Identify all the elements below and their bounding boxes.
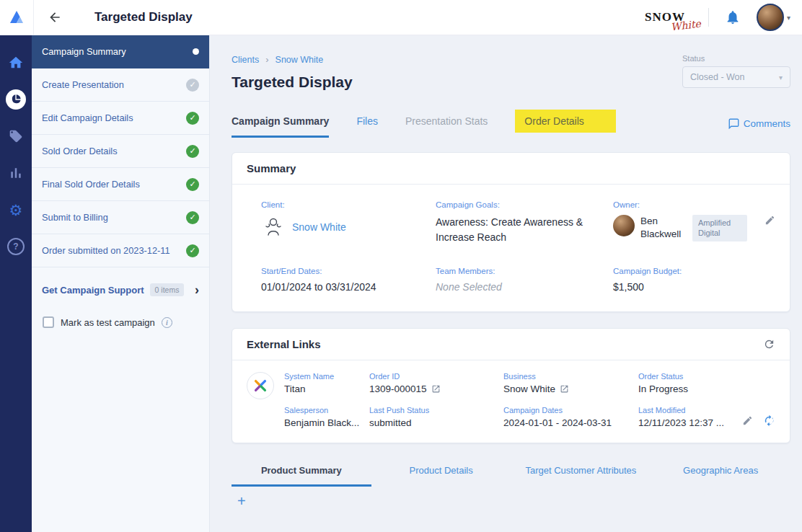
tab-presentation-stats[interactable]: Presentation Stats (405, 115, 488, 138)
tab-product-summary[interactable]: Product Summary (232, 465, 371, 487)
field-last-push-status: Last Push Status submitted (369, 406, 503, 428)
user-avatar (757, 4, 784, 31)
notifications-button[interactable] (722, 6, 744, 28)
app-logo[interactable] (0, 0, 34, 35)
product-tabs: Product Summary Product Details Target C… (232, 465, 790, 487)
main-content: Clients › Snow White Targeted Display St… (210, 35, 802, 532)
external-link-icon (431, 384, 441, 394)
status-box: Status Closed - Won ▾ (682, 54, 790, 88)
check-circle-icon: ✓ (186, 211, 199, 224)
chevron-right-icon: › (195, 283, 199, 296)
external-link-icon (560, 384, 569, 394)
field-start-end-dates: Start/End Dates: 01/01/2024 to 03/31/202… (261, 267, 436, 293)
edit-external-link-button[interactable] (742, 414, 753, 427)
tab-order-details[interactable]: Order Details (515, 115, 615, 138)
add-product-row: + (232, 494, 790, 509)
sync-button[interactable] (763, 414, 775, 427)
get-campaign-support[interactable]: Get Campaign Support 0 items › (32, 283, 209, 296)
page-title: Targeted Display (232, 74, 353, 91)
check-circle-icon: ✓ (186, 112, 199, 125)
icon-rail: ⚙ ? (0, 35, 32, 532)
edit-owner-button[interactable] (764, 215, 775, 226)
status-select[interactable]: Closed - Won ▾ (682, 66, 790, 88)
user-menu[interactable]: ▾ (757, 4, 790, 31)
tab-files[interactable]: Files (356, 115, 378, 138)
topbar-divider (708, 8, 709, 27)
field-campaign-dates: Campaign Dates 2024-01-01 - 2024-03-31 (503, 406, 638, 428)
sidebar-item-sold-order-details[interactable]: Sold Order Details ✓ (32, 135, 209, 168)
field-campaign-budget: Campaign Budget: $1,500 (613, 267, 775, 293)
field-team-members: Team Members: None Selected (436, 267, 613, 293)
chevron-down-icon: ▾ (779, 74, 783, 81)
tab-product-details[interactable]: Product Details (371, 465, 511, 487)
pencil-icon (742, 415, 753, 426)
sidebar-item-edit-campaign-details[interactable]: Edit Campaign Details ✓ (32, 102, 209, 135)
tab-geographic-areas[interactable]: Geographic Areas (651, 465, 790, 487)
titan-system-logo (247, 372, 274, 399)
check-circle-icon: ✓ (186, 244, 199, 257)
campaigns-icon[interactable] (6, 89, 26, 110)
app-logo-icon (8, 9, 25, 26)
gear-icon[interactable]: ⚙ (6, 200, 26, 220)
summary-card-header: Summary (232, 153, 790, 185)
home-icon[interactable] (6, 53, 26, 73)
sidebar: Campaign Summary Create Presentation ✓ E… (32, 35, 210, 532)
chevron-right-icon: › (265, 54, 268, 65)
topbar: Targeted Display SNOW White ▾ (0, 0, 802, 35)
tab-target-customer-attributes[interactable]: Target Customer Attributes (511, 465, 651, 487)
field-salesperson: Salesperson Benjamin Black... (284, 406, 369, 428)
owner-name: Ben Blackwell (640, 215, 687, 241)
test-campaign-checkbox[interactable] (43, 316, 54, 328)
title-block: Clients › Snow White Targeted Display (232, 54, 353, 91)
open-order-external-button[interactable] (431, 384, 441, 394)
pie-chart-icon (10, 94, 22, 105)
field-business: Business Snow White (503, 372, 638, 394)
check-circle-icon: ✓ (186, 79, 199, 92)
tab-campaign-summary[interactable]: Campaign Summary (232, 115, 329, 138)
field-client: Client: Snow White (261, 200, 436, 245)
open-business-external-button[interactable] (560, 384, 569, 394)
comments-button[interactable]: Comments (728, 118, 790, 138)
bell-icon (725, 9, 741, 25)
sidebar-item-final-sold-order-details[interactable]: Final Sold Order Details ✓ (32, 168, 209, 201)
tag-icon[interactable] (6, 126, 26, 146)
info-icon[interactable]: i (162, 317, 172, 328)
back-button[interactable] (34, 0, 76, 35)
external-links-header: External Links (232, 329, 790, 360)
client-logo (261, 215, 286, 239)
breadcrumb: Clients › Snow White (232, 54, 353, 65)
field-order-status: Order Status In Progress (638, 372, 775, 394)
window-title: Targeted Display (94, 10, 193, 25)
breadcrumb-client-link[interactable]: Snow White (276, 55, 324, 65)
field-owner: Owner: Ben Blackwell Amplified Digital (613, 200, 775, 245)
external-links-title: External Links (247, 338, 321, 350)
titan-x-icon (252, 378, 268, 394)
comment-bubble-icon (728, 118, 739, 129)
bar-chart-icon[interactable] (6, 163, 26, 183)
sidebar-item-campaign-summary[interactable]: Campaign Summary (32, 35, 209, 68)
summary-card: Summary Client: (232, 152, 790, 312)
external-links-actions (742, 414, 775, 427)
owner-org-badge: Amplified Digital (692, 215, 747, 241)
pencil-icon (764, 215, 775, 226)
sync-icon (763, 414, 775, 427)
sidebar-item-create-presentation[interactable]: Create Presentation ✓ (32, 68, 209, 102)
breadcrumb-clients-link[interactable]: Clients (232, 55, 259, 65)
sidebar-item-order-submitted[interactable]: Order submitted on 2023-12-11 ✓ (32, 234, 209, 267)
field-system-name: System Name Titan (284, 372, 369, 394)
topbar-right: SNOW White ▾ (645, 4, 802, 31)
field-order-id: Order ID 1309-000015 (369, 372, 503, 394)
summary-title: Summary (247, 162, 296, 174)
add-product-button[interactable]: + (237, 494, 246, 508)
sidebar-item-submit-to-billing[interactable]: Submit to Billing ✓ (32, 201, 209, 234)
check-circle-icon: ✓ (186, 145, 199, 158)
refresh-button[interactable] (763, 338, 775, 350)
help-icon[interactable]: ? (6, 236, 26, 257)
refresh-icon (763, 338, 775, 350)
items-count-badge: 0 items (150, 283, 185, 296)
external-links-card: External Links (232, 328, 790, 443)
current-step-dot-icon (193, 48, 199, 55)
status-label: Status (682, 54, 790, 63)
owner-avatar (613, 215, 635, 236)
client-link[interactable]: Snow White (292, 221, 346, 233)
